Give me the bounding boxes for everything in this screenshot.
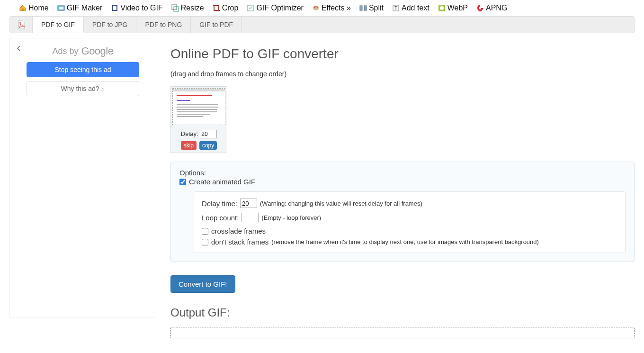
ad-sidebar: Ads by Google Stop seeing this ad Why th… [9,38,156,317]
loop-count-input[interactable] [242,213,259,222]
nav-label: WebP [447,4,468,12]
svg-rect-4 [113,6,116,10]
nav-label: Split [369,4,384,12]
nav-label: Effects » [322,4,351,12]
dropdown-triangle-icon: ▷ [101,86,105,91]
svg-rect-5 [112,5,113,11]
nav-effects[interactable]: Effects » [312,4,351,12]
dont-stack-row[interactable]: don't stack frames (remove the frame whe… [202,238,617,246]
nav-apng[interactable]: APNG [476,4,507,12]
nav-video-to-gif[interactable]: Video to GIF [111,4,163,12]
nav-gif-maker[interactable]: GIF Maker [57,4,103,12]
main-content: Online PDF to GIF converter (drag and dr… [170,38,635,338]
tabbar: PDF to GIF PDF to JPG PDF to PNG GIF to … [9,16,635,33]
svg-rect-8 [174,7,179,11]
loop-count-label: Loop count: [202,214,239,222]
tab-label: PDF to PNG [145,21,182,28]
nav-label: Add text [402,4,429,12]
google-logo-text: Google [81,45,114,57]
options-heading: Options: [179,169,626,177]
convert-button[interactable]: Convert to GIF! [170,275,235,293]
create-animated-row[interactable]: Create animated GIF [179,178,626,186]
nav-label: Home [28,4,49,12]
button-label: Stop seeing this ad [54,66,111,73]
nav-add-text[interactable]: T Add text [392,4,429,12]
ads-by-label: Ads by Google [15,45,151,57]
svg-rect-6 [116,5,117,11]
reorder-hint: (drag and drop frames to change order) [170,70,635,78]
nav-resize[interactable]: Resize [171,4,204,12]
svg-point-20 [440,6,444,10]
nav-label: Video to GIF [120,4,163,12]
frame-actions: skip copy [172,141,225,150]
frame-delay-input[interactable] [200,130,217,138]
crop-icon [213,4,220,12]
frame-thumbnail[interactable] [172,88,225,125]
apng-icon [476,4,484,12]
delay-time-label: Delay time: [202,199,237,208]
frame-delay-row: Delay: [172,130,225,138]
page-title: Online PDF to GIF converter [170,46,635,62]
nav-label: Crop [222,4,239,12]
nav-label: GIF Maker [67,4,103,12]
svg-rect-2 [59,7,63,9]
nav-crop[interactable]: Crop [213,4,239,12]
top-nav: Home GIF Maker Video to GIF Resize Crop … [0,0,644,16]
button-label: Why this ad? [61,85,99,92]
tab-label: PDF to JPG [92,21,128,28]
crossfade-checkbox[interactable] [202,228,208,235]
tab-gif-to-pdf[interactable]: GIF to PDF [191,17,242,33]
tab-pdf-to-gif[interactable]: PDF to GIF [33,17,84,33]
nav-label: Resize [181,4,204,12]
delay-time-input[interactable] [240,199,257,208]
optimize-icon [247,4,254,12]
frame-skip-button[interactable]: skip [181,141,197,150]
tab-pdf-to-jpg[interactable]: PDF to JPG [84,17,137,33]
loop-hint-text: (Empty - loop forever) [261,214,321,221]
tab-label: PDF to GIF [41,21,75,28]
create-animated-label: Create animated GIF [189,178,255,186]
svg-rect-15 [360,6,362,10]
nav-webp[interactable]: WebP [438,4,468,12]
frame-copy-button[interactable]: copy [199,141,217,150]
delay-label: Delay: [181,130,198,137]
animated-options-box: Delay time: (Warning: changing this valu… [194,191,626,253]
create-animated-checkbox[interactable] [179,179,186,185]
tab-pdf-to-png[interactable]: PDF to PNG [136,17,191,33]
options-panel: Options: Create animated GIF Delay time:… [170,162,635,262]
svg-rect-16 [364,6,367,10]
nav-gif-optimizer[interactable]: GIF Optimizer [247,4,304,12]
nav-split[interactable]: Split [359,4,384,12]
svg-point-13 [317,7,318,8]
nav-label: APNG [486,4,507,12]
output-heading: Output GIF: [170,306,635,319]
effects-icon [312,4,320,12]
addtext-icon: T [392,4,400,12]
dont-stack-hint: (remove the frame when it's time to disp… [271,238,539,245]
dont-stack-label: don't stack frames [211,238,268,246]
why-this-ad-button[interactable]: Why this ad? ▷ [27,81,139,96]
delay-time-row: Delay time: (Warning: changing this valu… [202,199,617,208]
svg-text:T: T [394,6,397,11]
tab-label: GIF to PDF [199,21,233,28]
ads-by-text: Ads by [53,46,79,56]
delay-warning-text: (Warning: changing this value will reset… [260,200,422,207]
resize-icon [171,4,179,12]
svg-point-14 [317,9,318,10]
maker-icon [57,4,65,12]
back-arrow-icon[interactable] [16,45,22,52]
svg-rect-0 [22,9,24,11]
home-icon [19,4,27,12]
crossfade-label: crossfade frames [211,227,266,235]
frame-card[interactable]: Delay: skip copy [170,86,227,153]
loop-count-row: Loop count: (Empty - loop forever) [202,213,617,222]
nav-label: GIF Optimizer [256,4,304,12]
crossfade-row[interactable]: crossfade frames [202,227,617,235]
video-icon [111,4,118,12]
svg-point-11 [314,7,315,8]
dont-stack-checkbox[interactable] [202,239,208,245]
pdf-icon [10,17,33,33]
nav-home[interactable]: Home [19,4,49,12]
webp-icon [438,4,446,12]
stop-seeing-ad-button[interactable]: Stop seeing this ad [27,62,139,77]
